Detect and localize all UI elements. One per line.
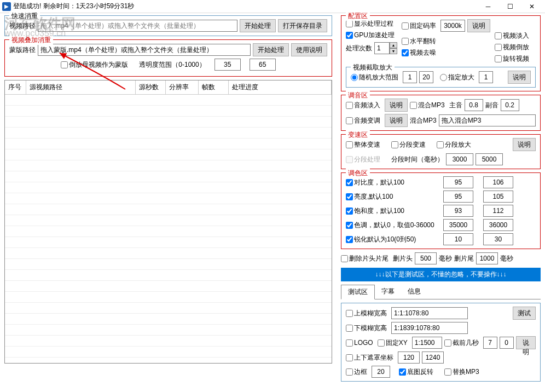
saturation-max[interactable] [483, 205, 513, 217]
table-row[interactable] [5, 248, 332, 259]
table-row[interactable] [5, 204, 332, 215]
random-zoom-radio[interactable]: 随机放大范围 [351, 73, 398, 82]
table-row[interactable] [5, 171, 332, 182]
audio-explain2-button[interactable]: 说明 [385, 114, 408, 127]
table-row[interactable] [5, 292, 332, 303]
random-zoom-min[interactable] [403, 71, 417, 83]
mix-mp3-checkbox[interactable]: 混合MP3 [410, 101, 445, 110]
mask-min-input[interactable] [398, 351, 420, 364]
bitrate-input[interactable] [440, 20, 465, 32]
rotate-checkbox[interactable]: 旋转视频 [495, 54, 529, 64]
main-vol-input[interactable] [465, 99, 483, 111]
trim-head-input[interactable] [415, 252, 437, 264]
table-row[interactable] [5, 95, 332, 106]
video-path-input[interactable] [38, 20, 237, 32]
minimize-button[interactable]: ─ [477, 0, 499, 13]
upper-blur-checkbox[interactable]: 上模糊宽高 [346, 309, 387, 318]
bitrate-explain-button[interactable]: 说明 [467, 19, 490, 32]
audio-explain1-button[interactable]: 说明 [385, 99, 408, 112]
border-input[interactable] [372, 366, 390, 378]
mask-coord-checkbox[interactable]: 上下遮罩坐标 [346, 353, 393, 362]
table-row[interactable] [5, 128, 332, 139]
cut-val1-input[interactable] [483, 337, 497, 349]
lower-blur-checkbox[interactable]: 下模糊宽高 [346, 324, 387, 333]
table-row[interactable] [5, 193, 332, 204]
fixed-xy-checkbox[interactable]: 固定XY [378, 338, 408, 348]
logo-checkbox[interactable]: LOGO [346, 339, 373, 347]
sub-vol-input[interactable] [501, 99, 519, 111]
close-button[interactable]: ✕ [521, 0, 543, 13]
bottom-reverse-checkbox[interactable]: 底图反转 [399, 367, 433, 377]
mask-max-input[interactable] [422, 351, 444, 364]
table-row[interactable] [5, 106, 332, 117]
fixed-bitrate-checkbox[interactable]: 固定码率 [402, 21, 436, 31]
mask-path-input[interactable] [38, 44, 251, 56]
test-explain-button[interactable]: 说明 [516, 336, 536, 349]
table-row[interactable] [5, 336, 332, 347]
denoise-checkbox[interactable]: 视频去噪 [402, 48, 488, 57]
col-index[interactable]: 序号 [5, 80, 26, 95]
replace-mp3-checkbox[interactable]: 替换MP3 [444, 367, 479, 377]
saturation-checkbox[interactable]: 饱和度，默认100 [346, 206, 439, 216]
lower-blur-input[interactable] [391, 322, 468, 334]
table-row[interactable] [5, 160, 332, 171]
hue-checkbox[interactable]: 色调，默认0，取值0-36000 [346, 221, 439, 230]
table-row[interactable] [5, 117, 332, 128]
segment-max-input[interactable] [476, 153, 503, 165]
tab-test[interactable]: 测试区 [341, 285, 375, 299]
sharpen-min[interactable] [443, 233, 473, 245]
hue-min[interactable] [443, 219, 473, 231]
table-row[interactable] [5, 226, 332, 237]
table-row[interactable] [5, 149, 332, 160]
hue-max[interactable] [483, 219, 513, 231]
col-frames[interactable]: 帧数 [198, 80, 228, 95]
col-seconds[interactable]: 源秒数 [135, 80, 165, 95]
upper-blur-input[interactable] [391, 307, 468, 319]
trim-tail-input[interactable] [476, 252, 498, 264]
table-row[interactable] [5, 259, 332, 270]
audio-fadein-checkbox[interactable]: 音频淡入 [346, 101, 380, 110]
gpu-accel-checkbox[interactable]: GPU加速处理 [346, 31, 395, 40]
fixed-xy-input[interactable] [412, 337, 442, 349]
speed-explain-button[interactable]: 说明 [513, 138, 536, 151]
table-row[interactable] [5, 281, 332, 292]
contrast-min[interactable] [443, 176, 473, 188]
border-checkbox[interactable]: 边框 [346, 367, 367, 377]
audio-speed-checkbox[interactable]: 音频变调 [346, 116, 380, 125]
fixed-zoom-input[interactable] [479, 71, 493, 83]
video-table[interactable]: 序号 源视频路径 源秒数 分辨率 帧数 处理进度 [4, 80, 332, 364]
opacity-max-input[interactable] [250, 59, 276, 71]
hflip-checkbox[interactable]: 水平翻转 [402, 37, 488, 46]
table-row[interactable] [5, 139, 332, 149]
process-count-spinner[interactable]: ▲▼ [374, 42, 397, 54]
table-row[interactable] [5, 270, 332, 281]
zoom-explain-button[interactable]: 说明 [508, 71, 531, 84]
segment-min-input[interactable] [446, 153, 473, 165]
opacity-min-input[interactable] [214, 59, 241, 71]
table-row[interactable] [5, 347, 332, 358]
maximize-button[interactable]: ☐ [499, 0, 521, 13]
mix-mp3-path-input[interactable] [439, 114, 536, 126]
reverse-checkbox[interactable]: 视频倒放 [495, 43, 529, 52]
fixed-zoom-radio[interactable]: 指定放大 [440, 73, 474, 82]
brightness-min[interactable] [443, 191, 473, 203]
sharpen-checkbox[interactable]: 锐化默认为10(0到50) [346, 235, 439, 244]
brightness-max[interactable] [483, 191, 513, 203]
table-row[interactable] [5, 314, 332, 325]
overall-speed-checkbox[interactable]: 整体变速 [346, 140, 380, 149]
open-save-dir-button[interactable]: 打开保存目录 [278, 19, 327, 32]
saturation-min[interactable] [443, 205, 473, 217]
contrast-checkbox[interactable]: 对比度，默认100 [346, 178, 439, 187]
tab-subtitle[interactable]: 字幕 [375, 285, 401, 299]
overlay-start-button[interactable]: 开始处理 [253, 43, 289, 56]
col-resolution[interactable]: 分辨率 [165, 80, 198, 95]
table-row[interactable] [5, 303, 332, 314]
contrast-max[interactable] [483, 176, 513, 188]
start-process-button[interactable]: 开始处理 [240, 19, 276, 32]
col-path[interactable]: 源视频路径 [26, 80, 135, 95]
trim-checkbox[interactable]: 删除片头片尾 [341, 254, 389, 263]
table-row[interactable] [5, 215, 332, 226]
reverse-parent-checkbox[interactable]: 倒放母视频作为蒙版 [61, 60, 128, 70]
overlay-help-button[interactable]: 使用说明 [291, 43, 327, 56]
test-button[interactable]: 测试 [513, 307, 536, 320]
